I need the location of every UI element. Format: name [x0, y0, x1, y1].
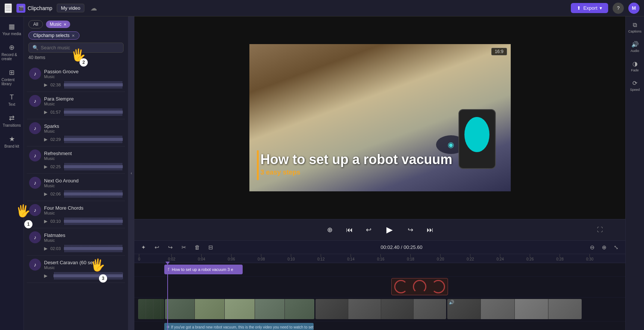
waveform [64, 81, 123, 89]
video-clip-3[interactable] [447, 299, 582, 319]
list-item[interactable]: ♪ Refreshment Music + ▶ 02:25 [27, 147, 125, 174]
export-icon: ⬆ [577, 5, 581, 11]
delete-button[interactable]: 🗑 [192, 242, 202, 253]
music-name: Desert Caravan (60 sec) [44, 260, 123, 265]
music-note-icon: ♪ [29, 122, 41, 134]
media-panel: All Music ✕ Clipchamp selects ✕ 🔍 40 ite… [24, 16, 128, 330]
music-name: Para Siempre [44, 96, 123, 102]
sidebar-item-label: Brand kit [4, 144, 19, 148]
video-title-button[interactable]: My video [57, 4, 84, 12]
music-category: Music [44, 156, 123, 161]
overlay-clip[interactable] [391, 278, 448, 295]
right-panel: ⧉ Captions 🔊 Audio ◑ Fade ⟳ Speed [625, 16, 644, 330]
timeline-tracks: 0 0:02 0:04 0:06 0:08 0:10 0:12 0:14 0:1… [134, 254, 625, 330]
collapse-panel-button[interactable]: ‹ [128, 16, 134, 330]
music-category: Music [44, 183, 123, 188]
video-clip-2[interactable] [315, 299, 446, 319]
undo-button[interactable]: ↩ [152, 242, 162, 253]
tracks-container: T How to set up a robot vacuum 3 e [134, 263, 625, 330]
filter-all-button[interactable]: All [28, 20, 43, 28]
music-info: Next Go Around Music [44, 178, 123, 188]
list-item[interactable]: ♪ Passion Groove Music + ▶ 02:38 [27, 65, 125, 92]
play-preview-button[interactable]: ▶ [44, 137, 47, 142]
user-avatar[interactable]: M [628, 3, 640, 14]
ruler-mark: 0:22 [467, 254, 474, 261]
forward-5s-button[interactable]: ↪ [405, 224, 417, 236]
ruler-mark: 0:14 [347, 254, 354, 261]
waveform [53, 272, 123, 280]
play-preview-button[interactable]: ▶ [44, 82, 47, 87]
export-button[interactable]: ⬆ Export ▾ [571, 3, 608, 13]
aspect-ratio-badge[interactable]: 16:9 [491, 48, 507, 55]
video-clip-main[interactable] [165, 299, 314, 319]
filter-row: All Music ✕ [28, 20, 124, 28]
list-item[interactable]: ♪ Sparks Music + ▶ 02:29 [27, 119, 125, 147]
filter-music-close-icon[interactable]: ✕ [63, 22, 66, 27]
your-media-icon: ▦ [9, 22, 15, 31]
captions-panel-button[interactable]: ⧉ Captions [626, 19, 644, 36]
ruler-mark: 0:08 [258, 254, 265, 261]
waveform [64, 245, 123, 252]
zoom-out-button[interactable]: ⊖ [587, 242, 598, 253]
ruler-mark: 0:10 [287, 254, 295, 261]
current-time: 00:02.40 [380, 244, 399, 250]
clipchamp-selects-badge[interactable]: Clipchamp selects ✕ [28, 31, 80, 40]
topbar: ☰ 🎬 Clipchamp My video ☁ ⬆ Export ▾ ? M [0, 0, 644, 16]
play-preview-button[interactable]: ▶ [44, 273, 47, 278]
rewind-5s-button[interactable]: ↩ [363, 224, 375, 236]
play-preview-button[interactable]: ▶ [44, 164, 47, 169]
fit-timeline-button[interactable]: ⤡ [611, 242, 622, 253]
ruler-mark: 0:28 [556, 254, 563, 261]
ruler-mark: 0:30 [586, 254, 593, 261]
list-item[interactable]: ♪ Four More Chords Music + ▶ 03:10 [27, 201, 125, 228]
music-name: Flatmates [44, 232, 123, 238]
sidebar-item-content-library[interactable]: ⊞ Content library [0, 65, 24, 89]
magnetic-snap-button[interactable]: ✦ [138, 242, 149, 253]
music-info: Sparks Music [44, 123, 123, 133]
sidebar-item-transitions[interactable]: ⇄ Transitions [0, 111, 24, 130]
sidebar-item-brand-kit[interactable]: ★ Brand kit [0, 132, 24, 151]
list-item[interactable]: ♪ Flatmates Music + ▶ 02:03 [27, 228, 125, 256]
skip-forward-button[interactable]: ⏭ [424, 224, 436, 236]
waveform [64, 163, 123, 170]
list-item[interactable]: ♪ Para Siempre Music + ▶ 01:57 [27, 92, 125, 119]
music-duration: 02:38 [50, 83, 61, 87]
record-create-icon: ⊕ [9, 43, 15, 52]
search-input[interactable] [41, 45, 119, 50]
list-item[interactable]: ♪ Next Go Around Music + ▶ 02:06 [27, 174, 125, 201]
playhead[interactable] [167, 263, 168, 330]
music-name: Refreshment [44, 151, 123, 156]
text-clip[interactable]: T How to set up a robot vacuum 3 e [164, 265, 243, 274]
play-pause-button[interactable]: ▶ [382, 222, 397, 237]
play-preview-button[interactable]: ▶ [44, 219, 47, 224]
sidebar-item-record-create[interactable]: ⊕ Record & create [0, 40, 24, 64]
speed-panel-button[interactable]: ⟳ Speed [626, 77, 644, 94]
fullscreen-button[interactable]: ⛶ [597, 226, 603, 233]
search-box: 🔍 [28, 43, 124, 53]
video-clip[interactable] [138, 299, 164, 319]
play-preview-button[interactable]: ▶ [44, 246, 47, 251]
ruler-mark: 0:06 [228, 254, 235, 261]
media-panel-header: All Music ✕ Clipchamp selects ✕ 🔍 40 ite… [24, 16, 128, 65]
hamburger-button[interactable]: ☰ [4, 3, 12, 13]
audio-panel-button[interactable]: 🔊 Audio [626, 38, 644, 55]
clipchamp-selects-close-icon[interactable]: ✕ [72, 34, 75, 38]
play-preview-button[interactable]: ▶ [44, 110, 47, 115]
accent-bar [257, 150, 259, 180]
sidebar-item-your-media[interactable]: ▦ Your media [0, 19, 24, 39]
ruler-mark: 0:16 [377, 254, 384, 261]
play-preview-button[interactable]: ▶ [44, 191, 47, 197]
sidebar-item-text[interactable]: T Text [0, 90, 24, 110]
redo-button[interactable]: ↪ [165, 242, 175, 253]
skip-back-button[interactable]: ⏮ [343, 224, 355, 236]
fade-panel-button[interactable]: ◑ Fade [626, 58, 644, 74]
caption-clip[interactable]: ⚙ If you've got a brand new robot vacuum… [164, 323, 314, 330]
lock-button[interactable]: ⊟ [205, 242, 216, 253]
filter-music-badge[interactable]: Music ✕ [46, 21, 70, 28]
help-button[interactable]: ? [613, 3, 624, 14]
add-to-timeline-button[interactable]: ⊕ [324, 224, 336, 236]
waveform [64, 108, 123, 116]
zoom-in-button[interactable]: ⊕ [599, 242, 610, 253]
list-item[interactable]: ♪ Desert Caravan (60 sec) Music + ▶ [27, 256, 125, 283]
cut-button[interactable]: ✂ [178, 242, 189, 253]
